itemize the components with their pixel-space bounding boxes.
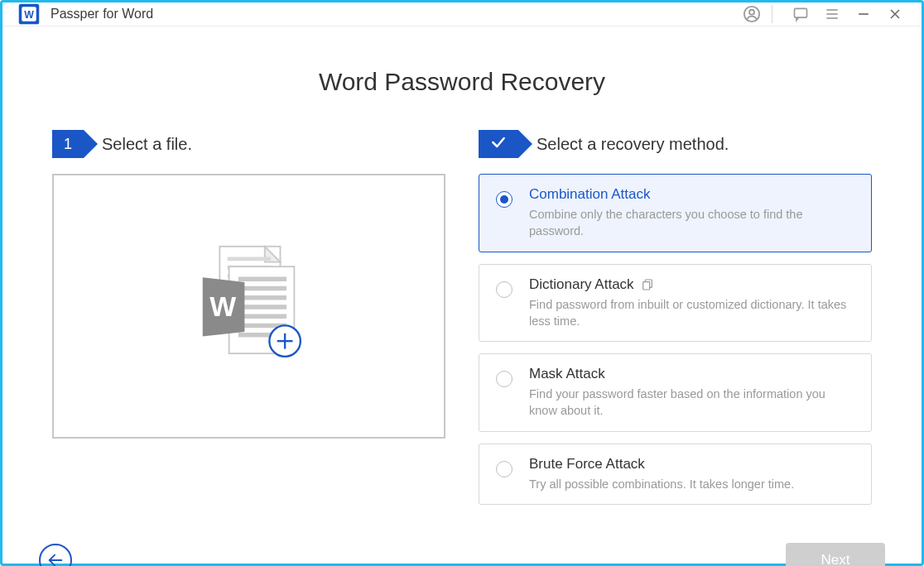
copy-icon [641,278,654,291]
word-document-icon: W [187,240,311,372]
radio-dictionary[interactable] [496,281,513,298]
method-mask-attack[interactable]: Mask Attack Find your password faster ba… [479,353,872,432]
file-drop-area[interactable]: W [52,174,445,439]
method-brute-force-attack[interactable]: Brute Force Attack Try all possible comb… [479,444,872,505]
app-window: W Passper for Word [0,0,924,566]
user-account-icon[interactable] [740,2,763,26]
method-dictionary-attack[interactable]: Dictionary Attack Find password from inb… [479,264,872,343]
method-desc: Find your password faster based on the i… [529,386,854,420]
column-recovery-method: Select a recovery method. Combination At… [479,129,872,516]
svg-point-4 [749,10,754,15]
checkmark-icon [490,134,507,155]
step1-label: Select a file. [102,135,192,154]
column-select-file: 1 Select a file. [52,129,445,516]
page-title: Word Password Recovery [52,68,872,96]
minimize-button[interactable] [852,2,875,26]
app-title: Passper for Word [51,7,153,22]
method-desc: Find password from inbuilt or customized… [529,296,854,330]
method-combination-attack[interactable]: Combination Attack Combine only the char… [479,174,872,252]
svg-text:W: W [209,290,236,322]
bottom-bar: Next [2,533,922,566]
method-desc: Combine only the characters you choose t… [529,206,854,240]
step2-chip [479,130,518,158]
step2-header: Select a recovery method. [479,129,872,159]
svg-rect-31 [642,281,649,289]
main-content: Word Password Recovery 1 Select a file. [2,26,922,533]
method-title: Brute Force Attack [529,456,645,472]
menu-icon[interactable] [821,2,844,26]
feedback-icon[interactable] [789,2,812,26]
step1-chip: 1 [52,130,84,158]
title-bar: W Passper for Word [2,2,922,26]
next-button[interactable]: Next [786,543,885,566]
step1-header: 1 Select a file. [52,129,445,159]
close-button[interactable] [883,2,907,26]
method-desc: Try all possible combinations. It takes … [529,476,854,492]
radio-brute-force[interactable] [496,461,513,477]
step1-number: 1 [64,136,72,153]
svg-rect-5 [795,8,807,17]
svg-text:W: W [24,9,34,21]
method-title: Dictionary Attack [529,276,634,293]
radio-combination[interactable] [496,191,513,208]
radio-mask[interactable] [496,371,513,387]
back-button[interactable] [39,544,72,566]
columns: 1 Select a file. [52,129,872,516]
app-logo-icon: W [17,2,41,26]
method-title: Mask Attack [529,366,605,382]
titlebar-divider [772,5,772,23]
method-title: Combination Attack [529,186,650,203]
step2-label: Select a recovery method. [537,135,729,154]
